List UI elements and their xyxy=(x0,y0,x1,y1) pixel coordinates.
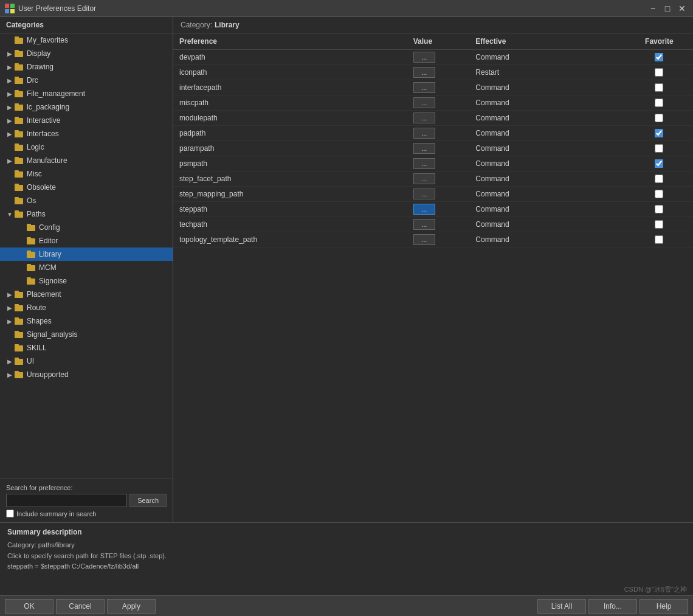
pref-value-cell: ... xyxy=(407,65,470,80)
tree-item-drawing[interactable]: ▶Drawing xyxy=(0,60,173,74)
pref-favorite-checkbox[interactable] xyxy=(655,190,663,198)
pref-favorite-checkbox[interactable] xyxy=(655,129,663,137)
tree-item-signal_analysis[interactable]: Signal_analysis xyxy=(0,328,173,341)
tree-item-os[interactable]: Os xyxy=(0,194,173,207)
pref-favorite-checkbox[interactable] xyxy=(655,235,663,244)
pref-favorite-checkbox[interactable] xyxy=(655,159,663,168)
pref-value-button[interactable]: ... xyxy=(413,112,435,123)
pref-value-button[interactable]: ... xyxy=(413,219,435,230)
pref-value-cell: ... xyxy=(407,111,470,126)
tree-item-signoise[interactable]: Signoise xyxy=(0,274,173,288)
tree-item-interfaces[interactable]: ▶Interfaces xyxy=(0,127,173,140)
pref-value-button[interactable]: ... xyxy=(413,234,435,245)
tree-item-manufacture[interactable]: ▶Manufacture xyxy=(0,154,173,167)
pref-favorite-checkbox[interactable] xyxy=(655,175,663,183)
apply-button[interactable]: Apply xyxy=(107,599,156,614)
tree-item-drc[interactable]: ▶Drc xyxy=(0,74,173,87)
pref-favorite-checkbox[interactable] xyxy=(655,53,663,61)
pref-value-button[interactable]: ... xyxy=(413,82,435,93)
tree-item-library[interactable]: Library xyxy=(0,247,173,261)
table-row: topology_template_path...Command xyxy=(173,232,693,247)
folder-icon-misc xyxy=(15,170,24,178)
category-label: Category: xyxy=(181,21,212,29)
folder-icon-ui xyxy=(15,358,24,365)
search-button[interactable]: Search xyxy=(129,494,167,507)
ok-button[interactable]: OK xyxy=(5,599,53,614)
tree-arrow-ui: ▶ xyxy=(5,358,15,365)
pref-favorite-cell xyxy=(626,171,693,187)
summary-line: steppath = $steppath C:/Cadence/fz/lib3d… xyxy=(7,561,686,572)
info-button[interactable]: Info... xyxy=(588,599,637,614)
tree-item-skill[interactable]: SKILL xyxy=(0,341,173,355)
pref-effective: Command xyxy=(469,126,626,141)
pref-favorite-cell xyxy=(626,217,693,232)
pref-favorite-checkbox[interactable] xyxy=(655,220,663,229)
tree-label-file_management: File_management xyxy=(27,89,170,98)
pref-favorite-checkbox[interactable] xyxy=(655,114,663,122)
folder-icon-os xyxy=(15,197,24,204)
tree-item-file_management[interactable]: ▶File_management xyxy=(0,87,173,100)
window-title: User Preferences Editor xyxy=(18,4,647,13)
pref-favorite-cell xyxy=(626,126,693,141)
col-preference: Preference xyxy=(173,33,407,50)
tree-item-config[interactable]: Config xyxy=(0,221,173,234)
tree-item-lc_packaging[interactable]: ▶lc_packaging xyxy=(0,100,173,114)
pref-effective: Command xyxy=(469,187,626,202)
pref-favorite-checkbox[interactable] xyxy=(655,99,663,107)
svg-rect-2 xyxy=(5,9,9,13)
pref-effective: Restart xyxy=(469,65,626,80)
list-all-button[interactable]: List All xyxy=(537,599,586,614)
help-button[interactable]: Help xyxy=(640,599,688,614)
pref-favorite-checkbox[interactable] xyxy=(655,144,663,153)
tree-item-shapes[interactable]: ▶Shapes xyxy=(0,314,173,328)
maximize-button[interactable]: □ xyxy=(661,2,674,15)
tree-item-logic[interactable]: Logic xyxy=(0,140,173,154)
pref-favorite-checkbox[interactable] xyxy=(655,205,663,213)
folder-icon-interfaces xyxy=(15,130,24,137)
pref-favorite-checkbox[interactable] xyxy=(655,68,663,77)
search-input[interactable] xyxy=(6,494,127,507)
tree-item-route[interactable]: ▶Route xyxy=(0,301,173,314)
table-row: interfacepath...Command xyxy=(173,80,693,95)
tree-label-ui: UI xyxy=(27,357,170,365)
prefs-table-container[interactable]: Preference Value Effective Favorite devp… xyxy=(173,33,693,522)
tree-item-ui[interactable]: ▶UI xyxy=(0,355,173,368)
pref-value-button[interactable]: ... xyxy=(413,97,435,108)
tree-item-interactive[interactable]: ▶Interactive xyxy=(0,114,173,127)
close-button[interactable]: ✕ xyxy=(676,2,688,15)
pref-favorite-checkbox[interactable] xyxy=(655,83,663,92)
table-row: techpath...Command xyxy=(173,217,693,232)
pref-value-button[interactable]: ... xyxy=(413,67,435,78)
include-summary-checkbox[interactable] xyxy=(6,510,14,517)
tree-item-obsolete[interactable]: Obsolete xyxy=(0,181,173,194)
tree-item-my_favorites[interactable]: My_favorites xyxy=(0,33,173,47)
cancel-button[interactable]: Cancel xyxy=(56,599,105,614)
folder-icon-drc xyxy=(15,77,24,84)
pref-value-button[interactable]: ... xyxy=(413,204,435,215)
tree-item-mcm[interactable]: MCM xyxy=(0,261,173,274)
tree-item-paths[interactable]: ▼Paths xyxy=(0,207,173,221)
tree-label-mcm: MCM xyxy=(39,263,170,272)
tree-item-misc[interactable]: Misc xyxy=(0,167,173,181)
pref-effective: Command xyxy=(469,95,626,111)
tree-label-interactive: Interactive xyxy=(27,116,170,125)
pref-value-button[interactable]: ... xyxy=(413,143,435,154)
pref-favorite-cell xyxy=(626,141,693,156)
pref-value-button[interactable]: ... xyxy=(413,52,435,63)
pref-favorite-cell xyxy=(626,111,693,126)
pref-value-button[interactable]: ... xyxy=(413,189,435,199)
pref-value-button[interactable]: ... xyxy=(413,173,435,184)
pref-favorite-cell xyxy=(626,80,693,95)
minimize-button[interactable]: − xyxy=(647,2,659,15)
tree-item-unsupported[interactable]: ▶Unsupported xyxy=(0,368,173,381)
pref-value-button[interactable]: ... xyxy=(413,128,435,139)
tree-label-config: Config xyxy=(39,223,170,232)
pref-value-button[interactable]: ... xyxy=(413,158,435,169)
pref-effective: Command xyxy=(469,217,626,232)
table-row: miscpath...Command xyxy=(173,95,693,111)
tree-item-display[interactable]: ▶Display xyxy=(0,47,173,60)
tree-item-editor[interactable]: Editor xyxy=(0,234,173,247)
folder-icon-my_favorites xyxy=(15,36,24,44)
tree-area[interactable]: My_favorites▶Display▶Drawing▶Drc▶File_ma… xyxy=(0,33,173,479)
tree-item-placement[interactable]: ▶Placement xyxy=(0,288,173,301)
